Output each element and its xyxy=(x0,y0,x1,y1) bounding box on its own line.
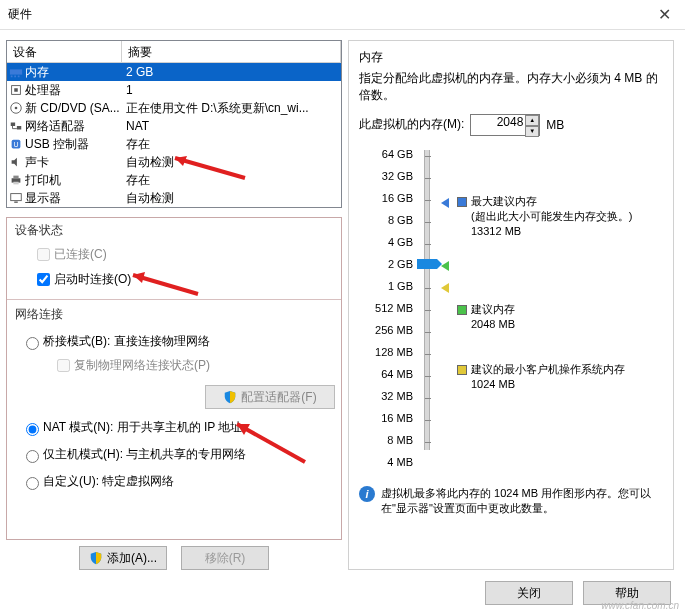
device-status-group: 设备状态 已连接(C) 启动时连接(O) 网络连接 桥接模式(B): 直接连接物… xyxy=(6,217,342,540)
shield-icon xyxy=(89,551,103,565)
cd-icon xyxy=(7,101,25,115)
memory-header: 内存 xyxy=(359,49,663,66)
device-name: 新 CD/DVD (SA... xyxy=(25,100,122,117)
table-row[interactable]: 显示器 自动检测 xyxy=(7,189,341,207)
watermark: www.cfan.com.cn xyxy=(601,600,679,611)
bridge-radio[interactable] xyxy=(26,337,39,350)
spinner-icon[interactable]: ▲▼ xyxy=(525,115,539,137)
slider-markers xyxy=(439,148,457,478)
svg-rect-13 xyxy=(13,176,18,179)
slider-ticks: 64 GB 32 GB 16 GB 8 GB 4 GB 2 GB 1 GB 51… xyxy=(359,148,417,478)
custom-radio[interactable] xyxy=(26,477,39,490)
table-row[interactable]: 网络适配器 NAT xyxy=(7,117,341,135)
device-summary: 正在使用文件 D:\系统更新\cn_wi... xyxy=(122,100,341,117)
device-summary: NAT xyxy=(122,119,341,133)
info-icon: i xyxy=(359,486,375,502)
svg-rect-15 xyxy=(11,194,22,201)
table-row[interactable]: 处理器 1 xyxy=(7,81,341,99)
add-button[interactable]: 添加(A)... xyxy=(79,546,167,570)
hostonly-label: 仅主机模式(H): 与主机共享的专用网络 xyxy=(43,446,246,463)
device-summary: 存在 xyxy=(122,136,341,153)
svg-rect-9 xyxy=(17,126,21,130)
device-name: 网络适配器 xyxy=(25,118,122,135)
device-name: 声卡 xyxy=(25,154,122,171)
replicate-checkbox xyxy=(57,359,70,372)
close-icon[interactable]: ✕ xyxy=(652,5,677,24)
svg-rect-8 xyxy=(11,123,15,127)
table-row[interactable]: 内存 2 GB xyxy=(7,63,341,81)
printer-icon xyxy=(7,173,25,187)
table-row[interactable]: 新 CD/DVD (SA... 正在使用文件 D:\系统更新\cn_wi... xyxy=(7,99,341,117)
net-icon xyxy=(7,119,25,133)
net-label: 网络连接 xyxy=(15,306,333,323)
device-name: 显示器 xyxy=(25,190,122,207)
memory-unit: MB xyxy=(546,118,564,132)
sound-icon xyxy=(7,155,25,169)
memory-label: 此虚拟机的内存(M): xyxy=(359,116,464,133)
replicate-label: 复制物理网络连接状态(P) xyxy=(74,357,210,374)
device-summary: 2 GB xyxy=(122,65,341,79)
custom-label: 自定义(U): 特定虚拟网络 xyxy=(43,473,174,490)
svg-rect-1 xyxy=(11,76,13,78)
device-name: 打印机 xyxy=(25,172,122,189)
shield-icon xyxy=(223,390,237,404)
connected-label: 已连接(C) xyxy=(54,246,107,263)
svg-rect-2 xyxy=(14,76,16,78)
legend-rec: 建议内存 2048 MB xyxy=(457,302,515,333)
device-name: 内存 xyxy=(25,64,122,81)
legend-max: 最大建议内存 (超出此大小可能发生内存交换。) 13312 MB xyxy=(457,194,632,240)
svg-rect-16 xyxy=(14,202,18,203)
device-summary: 1 xyxy=(122,83,341,97)
col-device: 设备 xyxy=(7,41,122,62)
svg-text:U: U xyxy=(13,141,18,148)
slider-thumb[interactable] xyxy=(417,259,437,269)
startup-connect-label: 启动时连接(O) xyxy=(54,271,131,288)
svg-rect-0 xyxy=(10,69,22,74)
startup-connect-checkbox[interactable] xyxy=(37,273,50,286)
device-name: USB 控制器 xyxy=(25,136,122,153)
display-icon xyxy=(7,191,25,205)
device-summary: 自动检测 xyxy=(122,154,341,171)
device-summary: 存在 xyxy=(122,172,341,189)
svg-point-7 xyxy=(15,107,18,110)
memory-info: i 虚拟机最多将此内存的 1024 MB 用作图形内存。您可以在"显示器"设置页… xyxy=(359,486,663,516)
memory-slider[interactable] xyxy=(417,148,439,478)
cpu-icon xyxy=(7,83,25,97)
status-label: 设备状态 xyxy=(15,222,333,239)
bridge-label: 桥接模式(B): 直接连接物理网络 xyxy=(43,333,210,350)
table-row[interactable]: 打印机 存在 xyxy=(7,171,341,189)
table-row[interactable]: 声卡 自动检测 xyxy=(7,153,341,171)
memory-input[interactable]: 2048 ▲▼ xyxy=(470,114,540,136)
table-row[interactable]: U USB 控制器 存在 xyxy=(7,135,341,153)
remove-button: 移除(R) xyxy=(181,546,269,570)
svg-rect-14 xyxy=(13,182,18,185)
legend-min: 建议的最小客户机操作系统内存 1024 MB xyxy=(457,362,625,393)
connected-checkbox xyxy=(37,248,50,261)
svg-rect-3 xyxy=(18,76,20,78)
config-adapter-button: 配置适配器(F) xyxy=(205,385,335,409)
nat-label: NAT 模式(N): 用于共享主机的 IP 地址 xyxy=(43,419,242,436)
svg-rect-5 xyxy=(14,88,18,92)
device-summary: 自动检测 xyxy=(122,190,341,207)
close-button[interactable]: 关闭 xyxy=(485,581,573,605)
col-summary: 摘要 xyxy=(122,41,341,62)
device-name: 处理器 xyxy=(25,82,122,99)
ram-icon xyxy=(7,65,25,79)
nat-radio[interactable] xyxy=(26,423,39,436)
window-title: 硬件 xyxy=(8,6,652,23)
memory-desc: 指定分配给此虚拟机的内存量。内存大小必须为 4 MB 的倍数。 xyxy=(359,70,663,104)
device-list[interactable]: 设备 摘要 内存 2 GB 处理器 1 新 CD/DVD (SA... 正在使用… xyxy=(6,40,342,208)
hostonly-radio[interactable] xyxy=(26,450,39,463)
usb-icon: U xyxy=(7,137,25,151)
